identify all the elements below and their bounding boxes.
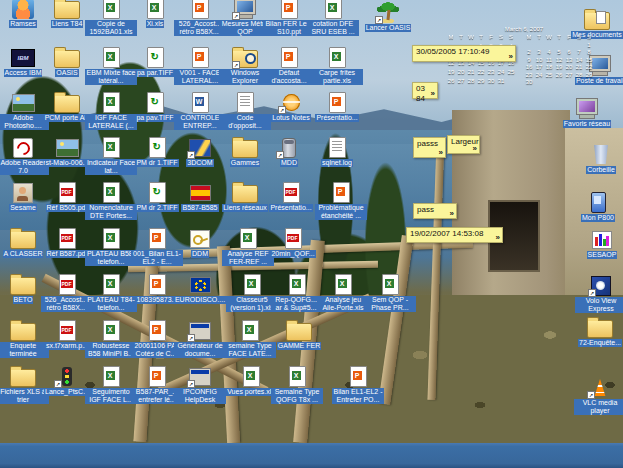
sticky-note[interactable]: passs» xyxy=(413,137,446,158)
desktop-icon[interactable]: ↗Lancer OASIS xyxy=(362,2,414,32)
sticky-note-expand-icon[interactable]: » xyxy=(431,89,435,99)
desktop-icon[interactable]: ↗VLC media player xyxy=(574,377,623,415)
desktop-icon[interactable]: Analyse jeu Aile-Porte.xls xyxy=(317,274,369,312)
desktop-icon[interactable]: sqlnet.log xyxy=(311,137,363,167)
desktop-icon[interactable]: EURODISCO.... xyxy=(174,274,226,304)
icon-label: A CLASSER xyxy=(3,250,44,258)
calendar-day-cell: 31 xyxy=(496,78,506,87)
sticky-note[interactable]: Largeur» xyxy=(447,135,480,154)
sticky-note[interactable]: 19/02/2007 14:53:08» xyxy=(406,227,503,243)
icon-label: DDM xyxy=(191,250,209,258)
desktop-icon[interactable]: Favoris réseau xyxy=(561,98,613,128)
icon-label: Volo View Express xyxy=(575,297,623,313)
ramses-icon xyxy=(10,0,36,19)
folder-icon xyxy=(10,274,36,295)
device-icon: ↗ xyxy=(276,137,302,158)
desktop-icon[interactable]: Mon P800 xyxy=(572,192,623,222)
desktop-icon[interactable]: 20min_QOF... xyxy=(267,228,319,258)
photo-icon xyxy=(54,137,80,158)
desktop-icon[interactable]: Seguimento IGF FACE L... xyxy=(85,366,137,404)
excel-icon xyxy=(98,320,124,341)
desktop-icon[interactable]: Présentatio... xyxy=(311,92,363,122)
sticky-note-expand-icon[interactable]: » xyxy=(509,52,513,62)
calendar-day-cell xyxy=(564,42,574,50)
desktop-icon[interactable]: Présentatio... xyxy=(265,182,317,212)
calendar-day-cell: 12 xyxy=(554,57,564,65)
desktop-icon[interactable]: Corbeille xyxy=(575,144,623,174)
sticky-note-expand-icon[interactable]: » xyxy=(450,209,454,219)
icon-label: pa par.TIFF xyxy=(136,69,174,77)
taskbar[interactable] xyxy=(0,443,623,468)
desktop-icon[interactable]: Vues portes.xls xyxy=(225,366,277,396)
calendar-day-cell: 24 xyxy=(534,72,544,80)
icon-label: Générateur de docume... xyxy=(174,342,226,358)
desktop-icon[interactable]: ↗Générateur de docume... xyxy=(174,320,226,358)
sticky-note-expand-icon[interactable]: » xyxy=(439,148,443,158)
desktop-icon[interactable]: PLATEAU B58-telefon... xyxy=(85,228,137,266)
sticky-note[interactable]: 03 84» xyxy=(412,82,438,99)
icon-label: 72-Enquête... xyxy=(578,339,622,347)
icon-label: EURODISCO.... xyxy=(174,296,226,304)
desktop-icon[interactable]: Liens réseaux xyxy=(219,182,271,212)
desktop-icon[interactable]: DDM xyxy=(174,228,226,258)
desktop-icon[interactable]: Problématique étanchéité ... xyxy=(315,182,367,220)
desktop-icon[interactable]: Robustesse B58 MiniPl B... xyxy=(85,320,137,358)
phone-icon xyxy=(585,192,611,213)
excel-icon xyxy=(98,274,124,295)
desktop-icon[interactable]: SESAOP xyxy=(576,229,623,259)
ppt-glyph xyxy=(329,92,346,113)
desktop-icon[interactable]: PLATEAU T84-telefon... xyxy=(85,274,137,312)
folder-icon xyxy=(232,182,258,203)
sticky-note-expand-icon[interactable]: » xyxy=(473,144,477,154)
sticky-note[interactable]: pass» xyxy=(413,203,457,219)
desktop-icon[interactable]: Code d'opposit... xyxy=(219,92,271,130)
shortcut-arrow-icon: ↗ xyxy=(187,380,195,388)
sticky-note-expand-icon[interactable]: » xyxy=(496,233,500,243)
icon-label: Gammes xyxy=(230,159,260,167)
desktop-icon[interactable]: Sem QOP - Phase PR... xyxy=(364,274,416,312)
excel-icon xyxy=(98,366,124,387)
ppt-icon xyxy=(144,274,170,295)
desktop-icon[interactable]: Indicateur Face lat... xyxy=(85,137,137,175)
calendar-day-cell: 23 xyxy=(524,72,534,80)
icon-label: PM dr 2.TIFF xyxy=(135,204,178,212)
ppt-glyph xyxy=(149,228,166,249)
desktop-icon[interactable]: Nomenclature DTE Portes... xyxy=(85,182,137,220)
shortcut-arrow-icon: ↗ xyxy=(232,61,240,69)
desktop-icon[interactable]: ↗Volo View Express xyxy=(575,275,623,313)
excel-glyph xyxy=(103,47,120,68)
calendar-day-cell: 29 xyxy=(584,72,594,80)
tiff-icon xyxy=(142,92,168,113)
desktop-icon[interactable]: cotation DFE SRU ESEB ... xyxy=(307,0,359,36)
tiff-glyph xyxy=(147,47,164,68)
calendar-day-cell: 7 xyxy=(574,49,584,57)
excel-glyph xyxy=(244,274,261,295)
icon-label: Seguimento IGF FACE L... xyxy=(85,388,137,404)
desktop-icon[interactable]: Rep-QOFG.... ar & Sup#5.... xyxy=(271,274,323,312)
desktop-icon[interactable]: Carpe frites partie.xls xyxy=(311,47,363,85)
icon-label: IPCONFIG HelpDesk xyxy=(174,388,226,404)
icon-label: Favoris réseau xyxy=(563,120,611,128)
calendar-day-cell xyxy=(574,79,584,87)
desktop-icon[interactable]: Semaine Type QOFG T8x ... xyxy=(271,366,323,404)
folder-icon xyxy=(286,320,312,341)
sticky-note[interactable]: 30/05/2005 17:10:49» xyxy=(412,45,516,62)
ppt-icon xyxy=(276,0,302,19)
ppt-glyph xyxy=(149,274,166,295)
calendar-day-cell: 27 xyxy=(564,72,574,80)
desktop-icon[interactable]: GAMME FER xyxy=(273,320,325,350)
flag-eu-glyph xyxy=(190,277,211,293)
desktop-icon[interactable]: ↗MDD xyxy=(263,137,315,167)
pdf-icon xyxy=(54,182,80,203)
pdf-icon xyxy=(54,228,80,249)
desktop-icon[interactable]: Défaut d'accosta... xyxy=(263,47,315,85)
folder-glyph xyxy=(10,369,36,387)
calendar-day-header: T xyxy=(476,34,486,43)
desktop-icon[interactable]: ↗Lotus Notes xyxy=(265,92,317,122)
desktop-icon[interactable]: Bilan EL1-EL2 - Entrefer PO... xyxy=(332,366,384,404)
calendar-day-cell: 5 xyxy=(554,49,564,57)
desktop-icon[interactable]: 72-Enquête... xyxy=(574,317,623,347)
desktop-icon[interactable]: semaine Type FACE LATE... xyxy=(224,320,276,358)
desktop-icon[interactable]: ↗IPCONFIG HelpDesk xyxy=(174,366,226,404)
calendar-day-cell xyxy=(564,79,574,87)
